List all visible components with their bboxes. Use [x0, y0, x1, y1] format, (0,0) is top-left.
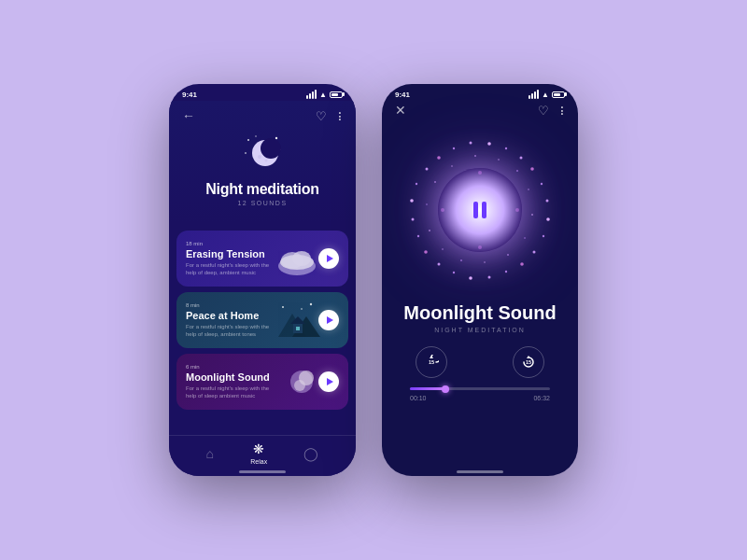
svg-point-51 [528, 189, 529, 190]
progress-fill [410, 387, 445, 390]
svg-point-56 [460, 259, 462, 261]
desc-1: For a restful night's sleep with the hel… [186, 261, 279, 277]
progress-track[interactable] [410, 387, 550, 390]
forward-button[interactable]: 15 [513, 346, 544, 378]
forward-label: 15 [526, 359, 531, 365]
filter-icon[interactable]: ⫶ [336, 108, 343, 123]
sound-list: 18 min Erasing Tension For a restful nig… [169, 231, 356, 410]
header-icons: ← ♡ ⫶ [169, 105, 356, 129]
svg-point-46 [437, 156, 441, 160]
status-bar-1: 9:41 ▲ [169, 84, 356, 101]
svg-point-26 [504, 147, 506, 148]
svg-point-61 [451, 165, 453, 167]
name-1: Erasing Tension [186, 248, 318, 259]
progress-thumb[interactable] [442, 385, 449, 393]
orb-container [401, 131, 559, 289]
sound-card-3[interactable]: 6 min Moonlight Sound For a restful nigh… [176, 354, 348, 410]
svg-point-59 [426, 203, 428, 205]
svg-point-42 [411, 217, 414, 220]
rewind-label: 15 [429, 359, 434, 365]
duration-1: 18 min [186, 241, 318, 246]
svg-point-8 [265, 160, 268, 162]
orb-glow[interactable] [438, 168, 522, 252]
battery-icon-2 [552, 91, 565, 98]
svg-point-55 [484, 261, 486, 263]
svg-marker-66 [430, 356, 433, 358]
sound-card-1[interactable]: 18 min Erasing Tension For a restful nig… [176, 231, 348, 287]
nav-profile[interactable]: ◯ [303, 446, 318, 461]
player-header-icons: ♡ ⫶ [538, 103, 565, 118]
svg-point-28 [530, 167, 534, 171]
svg-point-37 [469, 276, 472, 280]
status-icons-2: ▲ [529, 90, 565, 99]
svg-point-36 [487, 275, 490, 278]
pause-button[interactable] [438, 168, 522, 252]
duration-2: 8 min [186, 302, 318, 308]
rewind-button[interactable]: 15 [416, 346, 447, 378]
sound-info-3: 6 min Moonlight Sound For a restful nigh… [186, 364, 318, 400]
svg-point-31 [546, 217, 550, 221]
progress-times: 00:10 06:32 [410, 395, 550, 401]
svg-point-39 [437, 262, 440, 265]
list-title: Night meditation [178, 181, 346, 198]
list-subtitle: 12 SOUNDS [178, 200, 346, 206]
svg-point-52 [531, 214, 533, 216]
svg-point-34 [520, 262, 524, 266]
moon-illustration [241, 133, 284, 175]
status-icons-1: ▲ [306, 90, 343, 99]
close-icon[interactable]: ✕ [395, 103, 406, 118]
play-btn-1[interactable] [318, 248, 339, 269]
player-heart-icon[interactable]: ♡ [538, 104, 549, 118]
signal-icon-2 [529, 90, 539, 99]
player-filter-icon[interactable]: ⫶ [558, 103, 565, 118]
sound-card-2[interactable]: 8 min Peace at Home For a restful night'… [176, 292, 348, 348]
header-text: Night meditation 12 SOUNDS [169, 181, 356, 212]
svg-point-35 [504, 270, 506, 272]
progress-area: 00:10 06:32 [397, 387, 563, 401]
play-btn-3[interactable] [318, 371, 339, 392]
svg-point-38 [452, 271, 454, 273]
time-total: 06:32 [533, 395, 550, 401]
nav-home[interactable]: ⌂ [206, 446, 214, 461]
svg-point-24 [469, 141, 472, 144]
heart-icon[interactable]: ♡ [316, 109, 327, 123]
pause-bar-right [482, 202, 486, 218]
back-icon[interactable]: ← [182, 108, 195, 123]
signal-icon [306, 90, 317, 99]
svg-point-48 [474, 155, 476, 157]
svg-point-60 [434, 181, 436, 183]
svg-point-32 [542, 234, 543, 236]
desc-3: For a restful night's sleep with the hel… [186, 385, 279, 400]
svg-point-1 [275, 137, 277, 139]
desc-2: For a restful night's sleep with the hel… [186, 323, 279, 339]
wifi-icon: ▲ [319, 91, 327, 99]
sound-info-1: 18 min Erasing Tension For a restful nig… [186, 241, 318, 277]
svg-point-3 [245, 152, 247, 154]
svg-point-49 [498, 159, 500, 161]
svg-point-41 [416, 234, 418, 236]
relax-label: Relax [250, 458, 267, 465]
player-header: ✕ ♡ ⫶ [382, 101, 578, 123]
wifi-icon-2: ▲ [542, 91, 549, 99]
svg-point-53 [524, 237, 526, 239]
duration-3: 6 min [186, 364, 318, 370]
svg-point-47 [452, 147, 454, 148]
player-track-title: Moonlight Sound [403, 302, 556, 324]
play-btn-2[interactable] [318, 310, 339, 330]
nav-relax[interactable]: ❋ Relax [250, 441, 267, 465]
list-header: ← ♡ ⫶ [169, 101, 356, 223]
home-indicator-1 [239, 470, 286, 473]
svg-point-27 [519, 156, 522, 159]
status-bar-2: 9:41 ▲ [382, 84, 578, 101]
player-track-category: NIGHT MEDITATION [434, 327, 526, 333]
svg-point-7 [258, 155, 261, 159]
home-icon: ⌂ [206, 446, 214, 461]
svg-point-43 [410, 199, 414, 203]
phone-list-view: 9:41 ▲ ← ♡ ⫶ [169, 84, 356, 476]
phones-container: 9:41 ▲ ← ♡ ⫶ [169, 84, 578, 476]
status-time-1: 9:41 [182, 91, 197, 99]
svg-point-33 [532, 250, 535, 253]
pause-bar-left [473, 202, 478, 218]
phone-player-view: 9:41 ▲ ✕ ♡ ⫶ [382, 84, 578, 476]
svg-point-0 [247, 139, 249, 141]
